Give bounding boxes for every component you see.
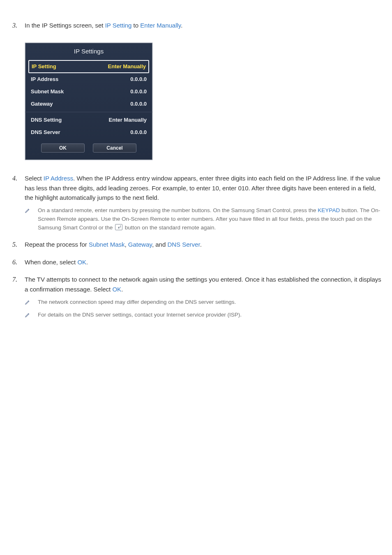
- text: When done, select: [25, 259, 77, 266]
- enter-icon: [115, 224, 122, 230]
- step-number: 7.: [8, 275, 17, 319]
- text: to: [131, 22, 140, 29]
- row-dns-setting[interactable]: DNS Setting Enter Manually: [25, 112, 152, 126]
- highlight-dns-server: DNS Server: [167, 241, 200, 248]
- row-label: DNS Server: [31, 128, 60, 136]
- text: .: [181, 22, 182, 29]
- panel-rows: IP Setting Enter Manually IP Address 0.0…: [25, 60, 152, 140]
- pencil-icon: [25, 206, 32, 232]
- ip-settings-panel: IP Settings IP Setting Enter Manually IP…: [25, 42, 153, 160]
- text: button on the standard remote again.: [123, 224, 216, 231]
- note-text: On a standard remote, enter numbers by p…: [38, 206, 384, 232]
- ok-button[interactable]: OK: [41, 143, 85, 153]
- step-3: 3. In the IP Settings screen, set IP Set…: [8, 21, 384, 166]
- step-number: 5.: [8, 240, 17, 250]
- step-body: In the IP Settings screen, set IP Settin…: [25, 21, 384, 166]
- text: .: [121, 286, 123, 293]
- pencil-icon: [25, 311, 32, 319]
- step-text: The TV attempts to connect to the networ…: [25, 276, 381, 292]
- highlight-keypad: KEYPAD: [318, 207, 340, 213]
- instruction-list: 3. In the IP Settings screen, set IP Set…: [8, 21, 384, 319]
- cancel-button[interactable]: Cancel: [93, 143, 136, 153]
- row-gateway[interactable]: Gateway 0.0.0.0: [25, 98, 152, 110]
- text: , and: [152, 241, 168, 248]
- step-body: The TV attempts to connect to the networ…: [25, 275, 384, 319]
- text: The TV attempts to connect to the networ…: [25, 276, 381, 292]
- row-label: DNS Setting: [31, 116, 62, 124]
- row-dns-server[interactable]: DNS Server 0.0.0.0: [25, 126, 152, 139]
- row-label: Subnet Mask: [31, 88, 64, 96]
- step-number: 3.: [8, 21, 17, 166]
- text: . When the IP Address entry window appea…: [25, 175, 380, 201]
- row-label: Gateway: [31, 100, 53, 108]
- pencil-icon: [25, 298, 32, 307]
- row-value: Enter Manually: [109, 116, 147, 124]
- row-value: 0.0.0.0: [130, 75, 147, 83]
- row-value: 0.0.0.0: [130, 128, 147, 136]
- note: For details on the DNS server settings, …: [25, 311, 384, 319]
- row-value: Enter Manually: [108, 62, 146, 71]
- step-text: When done, select OK.: [25, 259, 88, 266]
- text: Select: [25, 175, 44, 182]
- step-number: 4.: [8, 173, 17, 232]
- highlight-ok: OK: [77, 259, 86, 266]
- highlight-gateway: Gateway: [128, 241, 152, 248]
- panel-button-row: OK Cancel: [25, 139, 152, 160]
- note-text: The network connection speed may differ …: [38, 298, 236, 307]
- row-ip-address[interactable]: IP Address 0.0.0.0: [25, 73, 152, 86]
- text: .: [86, 259, 88, 266]
- text: .: [200, 241, 202, 248]
- note: The network connection speed may differ …: [25, 298, 384, 307]
- highlight-ok: OK: [112, 286, 121, 293]
- step-body: Select IP Address. When the IP Address e…: [25, 173, 384, 232]
- step-text: In the IP Settings screen, set IP Settin…: [25, 22, 182, 29]
- step-number: 6.: [8, 257, 17, 268]
- note: On a standard remote, enter numbers by p…: [25, 206, 384, 232]
- row-ip-setting[interactable]: IP Setting Enter Manually: [28, 60, 149, 73]
- row-value: 0.0.0.0: [130, 88, 147, 96]
- row-subnet-mask[interactable]: Subnet Mask 0.0.0.0: [25, 86, 152, 98]
- highlight-ip-address: IP Address: [44, 175, 73, 182]
- highlight-ip-setting: IP Setting: [105, 22, 132, 29]
- note-text: For details on the DNS server settings, …: [38, 311, 242, 319]
- step-text: Repeat the process for Subnet Mask, Gate…: [25, 241, 202, 248]
- step-text: Select IP Address. When the IP Address e…: [25, 175, 380, 201]
- row-label: IP Setting: [32, 62, 56, 71]
- step-7: 7. The TV attempts to connect to the net…: [8, 275, 384, 319]
- panel-title: IP Settings: [25, 43, 152, 60]
- step-4: 4. Select IP Address. When the IP Addres…: [8, 173, 384, 232]
- text: ,: [125, 241, 128, 248]
- step-body: Repeat the process for Subnet Mask, Gate…: [25, 240, 384, 250]
- step-5: 5. Repeat the process for Subnet Mask, G…: [8, 240, 384, 250]
- text: Repeat the process for: [25, 241, 89, 248]
- step-body: When done, select OK.: [25, 257, 384, 268]
- text: On a standard remote, enter numbers by p…: [38, 207, 318, 213]
- step-6: 6. When done, select OK.: [8, 257, 384, 268]
- row-value: 0.0.0.0: [130, 100, 147, 108]
- highlight-subnet-mask: Subnet Mask: [89, 241, 125, 248]
- text: In the IP Settings screen, set: [25, 22, 105, 29]
- row-label: IP Address: [31, 75, 58, 83]
- highlight-enter-manually: Enter Manually: [140, 22, 181, 29]
